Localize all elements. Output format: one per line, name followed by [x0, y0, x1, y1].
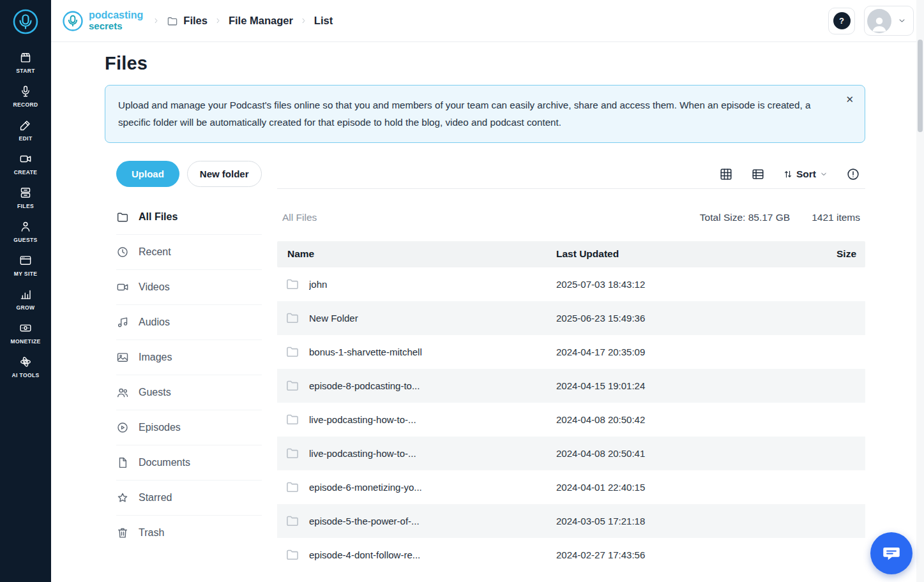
breadcrumb-files[interactable]: Files — [167, 15, 208, 27]
sidebar-item-ai-tools[interactable]: AI TOOLS — [0, 350, 51, 384]
grid-view-icon[interactable] — [719, 167, 733, 181]
mysite-icon — [19, 254, 32, 267]
sort-arrows-icon — [783, 169, 793, 179]
file-name: episode-4-dont-follow-re... — [309, 549, 420, 560]
sidebar-item-record[interactable]: RECORD — [0, 80, 51, 114]
table-body: john 2025-07-03 18:43:12 New Folder 2025… — [277, 267, 865, 572]
filter-item-images[interactable]: Images — [116, 340, 262, 375]
episode-icon — [116, 421, 129, 434]
sort-dropdown[interactable]: Sort — [783, 168, 828, 180]
file-name: live-podcasting-how-to-... — [309, 414, 416, 425]
new-folder-button[interactable]: New folder — [187, 161, 262, 187]
sidebar-item-label: GUESTS — [13, 237, 37, 243]
table-row[interactable]: live-podcasting-how-to-... 2024-04-08 20… — [277, 403, 865, 436]
table-row[interactable]: john 2025-07-03 18:43:12 — [277, 267, 865, 301]
file-name: New Folder — [309, 313, 358, 324]
filter-item-guests[interactable]: Guests — [116, 375, 262, 410]
banner-close-icon[interactable]: ✕ — [845, 94, 854, 105]
column-name: Name — [277, 248, 556, 260]
file-last-updated: 2024-02-27 17:43:56 — [556, 549, 824, 560]
filter-item-trash[interactable]: Trash — [116, 516, 262, 551]
edit-icon — [19, 119, 32, 131]
main-content: Files Upload and manage your Podcast's f… — [51, 43, 924, 582]
chat-widget-button[interactable] — [870, 532, 913, 574]
page-title: Files — [105, 53, 865, 74]
guests-icon — [19, 220, 32, 233]
filter-item-starred[interactable]: Starred — [116, 481, 262, 516]
chevron-down-icon — [819, 170, 828, 179]
table-row[interactable]: New Folder 2025-06-23 15:49:36 — [277, 301, 865, 335]
sort-label: Sort — [796, 168, 816, 180]
breadcrumb-list[interactable]: List — [314, 15, 333, 27]
sidebar-item-start[interactable]: START — [0, 46, 51, 80]
scrollbar-track[interactable] — [916, 0, 924, 582]
filter-item-label: Guests — [139, 387, 171, 398]
filter-item-label: Images — [139, 352, 172, 363]
breadcrumb: Files File Manager List — [152, 15, 333, 27]
list-view-icon[interactable] — [751, 167, 765, 181]
top-header: podcasting secrets Files File Manager Li… — [51, 0, 924, 42]
table-row[interactable]: live-podcasting-how-to-... 2024-04-08 20… — [277, 436, 865, 470]
brand-logo[interactable]: podcasting secrets — [61, 10, 143, 33]
filter-item-all-files[interactable]: All Files — [116, 200, 262, 235]
filter-item-label: Starred — [139, 492, 172, 504]
content-panels: Upload New folder All Files Recent Video… — [105, 161, 865, 572]
list-toolbar: Sort — [277, 161, 865, 189]
filter-item-videos[interactable]: Videos — [116, 270, 262, 305]
file-name: episode-8-podcasting-to... — [309, 380, 420, 391]
table-row[interactable]: bonus-1-sharvette-mitchell 2024-04-17 20… — [277, 335, 865, 369]
sidebar-item-files[interactable]: FILES — [0, 181, 51, 215]
file-last-updated: 2025-07-03 18:43:12 — [556, 279, 824, 290]
sidebar-item-my-site[interactable]: MY SITE — [0, 249, 51, 283]
sidebar-item-label: EDIT — [19, 135, 33, 142]
folder-icon — [285, 412, 299, 426]
help-button[interactable]: ? — [828, 8, 855, 34]
info-banner-text: Upload and manage your Podcast's files o… — [118, 100, 810, 128]
table-row[interactable]: episode-6-monetizing-yo... 2024-04-01 22… — [277, 470, 865, 504]
file-last-updated: 2024-03-05 17:21:18 — [556, 516, 824, 526]
sidebar-item-create[interactable]: CREATE — [0, 147, 51, 181]
clock-icon — [116, 246, 129, 258]
filter-item-label: Audios — [139, 317, 170, 328]
sidebar-item-monetize[interactable]: MONETIZE — [0, 317, 51, 350]
info-icon[interactable] — [846, 167, 860, 181]
sidebar-item-guests[interactable]: GUESTS — [0, 215, 51, 249]
chevron-down-icon — [897, 16, 907, 26]
scrollbar-thumb[interactable] — [918, 40, 923, 132]
table-row[interactable]: episode-5-the-power-of-... 2024-03-05 17… — [277, 504, 865, 538]
sidebar-item-label: MONETIZE — [10, 338, 40, 345]
guests2-icon — [116, 386, 129, 399]
filter-item-recent[interactable]: Recent — [116, 235, 262, 270]
total-size: Total Size: 85.17 GB — [700, 212, 790, 223]
sidebar-item-label: AI TOOLS — [11, 372, 39, 378]
folder-icon — [285, 378, 299, 392]
filter-item-label: Videos — [139, 281, 170, 293]
filter-item-episodes[interactable]: Episodes — [116, 410, 262, 445]
audio-icon — [116, 316, 129, 329]
column-last-updated: Last Updated — [556, 248, 824, 260]
account-menu-button[interactable] — [864, 6, 914, 36]
sidebar-item-grow[interactable]: GROW — [0, 283, 51, 317]
create-icon — [19, 153, 32, 165]
folder-icon — [285, 446, 299, 460]
sidebar-item-edit[interactable]: EDIT — [0, 114, 51, 147]
avatar — [867, 9, 891, 33]
folder-icon — [285, 514, 299, 528]
file-last-updated: 2024-04-15 19:01:24 — [556, 380, 824, 391]
upload-button[interactable]: Upload — [116, 161, 179, 187]
table-row[interactable]: episode-8-podcasting-to... 2024-04-15 19… — [277, 369, 865, 403]
filter-item-label: Documents — [139, 457, 190, 468]
aitools-icon — [19, 355, 32, 368]
file-last-updated: 2024-04-08 20:50:41 — [556, 448, 824, 459]
app-logo-icon[interactable] — [10, 6, 41, 37]
files-icon — [19, 186, 32, 199]
image-icon — [116, 351, 129, 364]
filter-item-audios[interactable]: Audios — [116, 305, 262, 340]
brand-name-bottom: secrets — [89, 21, 143, 31]
grow-icon — [19, 288, 32, 301]
filter-item-documents[interactable]: Documents — [116, 445, 262, 481]
file-last-updated: 2024-04-08 20:50:42 — [556, 414, 824, 425]
info-banner: Upload and manage your Podcast's files o… — [105, 85, 865, 143]
table-row[interactable]: episode-4-dont-follow-re... 2024-02-27 1… — [277, 538, 865, 572]
breadcrumb-file-manager[interactable]: File Manager — [229, 15, 293, 27]
